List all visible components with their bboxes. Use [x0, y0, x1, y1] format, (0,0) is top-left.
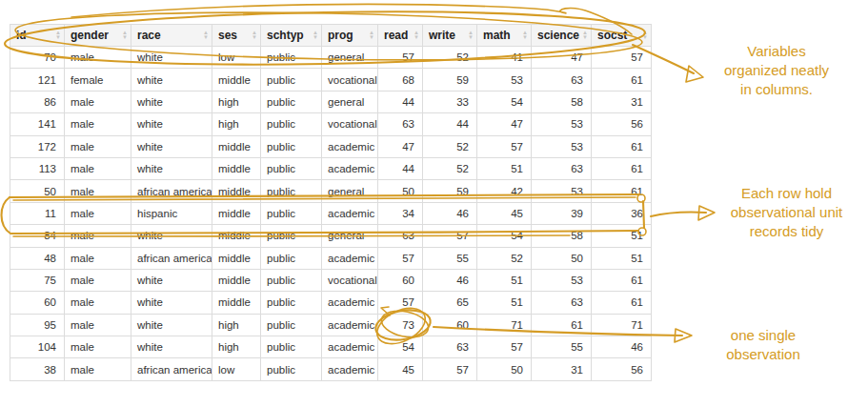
cell-write: 46: [423, 269, 477, 291]
cell-socst: 56: [592, 113, 652, 135]
cell-id: 38: [10, 358, 65, 380]
cell-schtyp: public: [261, 202, 322, 224]
cell-race: white: [131, 69, 212, 91]
cell-science: 39: [532, 202, 592, 224]
cell-science: 58: [532, 225, 592, 247]
cell-ses: low: [212, 47, 261, 69]
cell-math: 51: [477, 292, 532, 314]
cell-math: 41: [477, 47, 532, 69]
cell-race: african american: [131, 358, 212, 380]
cell-ses: high: [212, 91, 261, 112]
cell-race: white: [131, 269, 212, 291]
cell-ses: low: [212, 358, 261, 380]
column-header-read[interactable]: read▲▼: [378, 25, 423, 47]
cell-schtyp: public: [261, 336, 322, 358]
sort-icon: ▲▼: [414, 31, 419, 40]
cell-gender: male: [65, 113, 131, 135]
cell-write: 65: [423, 292, 477, 314]
cell-math: 47: [477, 113, 532, 135]
cell-socst: 61: [592, 157, 652, 179]
column-label: race: [137, 29, 161, 42]
column-header-math[interactable]: math▲▼: [477, 25, 532, 47]
cell-race: african american: [131, 247, 212, 269]
cell-read: 57: [378, 292, 423, 314]
column-header-science[interactable]: science▲▼: [532, 25, 592, 47]
cell-id: 121: [10, 69, 65, 91]
cell-socst: 36: [592, 202, 652, 224]
cell-schtyp: public: [261, 314, 322, 336]
cell-gender: male: [65, 336, 131, 358]
table-row: 70malewhitelowpublicgeneral5752414757: [10, 47, 652, 69]
cell-ses: middle: [212, 292, 261, 314]
cell-read: 60: [378, 269, 423, 291]
cell-socst: 56: [592, 358, 652, 380]
cell-gender: male: [65, 269, 131, 291]
cell-prog: general: [322, 91, 378, 112]
cell-science: 55: [532, 336, 592, 358]
cell-write: 57: [423, 358, 477, 380]
cell-schtyp: public: [261, 225, 322, 247]
cell-id: 75: [10, 269, 65, 291]
column-header-socst[interactable]: socst▲▼: [592, 25, 652, 47]
cell-id: 84: [10, 225, 65, 247]
column-header-gender[interactable]: gender▲▼: [65, 25, 131, 47]
cell-id: 11: [10, 202, 65, 224]
observation-note: one single observation: [692, 326, 835, 364]
sort-icon: ▲▼: [313, 31, 318, 40]
table-row: 48maleafrican americanmiddlepublicacadem…: [10, 247, 652, 269]
column-label: socst: [597, 29, 627, 42]
cell-gender: male: [65, 202, 131, 224]
table-row: 50maleafrican americanmiddlepublicgenera…: [10, 180, 652, 202]
column-label: id: [16, 29, 27, 42]
cell-schtyp: public: [261, 157, 322, 179]
cell-math: 42: [477, 180, 532, 202]
column-header-ses[interactable]: ses▲▼: [212, 25, 261, 47]
cell-science: 53: [532, 113, 592, 135]
sort-icon: ▲▼: [642, 31, 648, 40]
sort-icon: ▲▼: [369, 31, 374, 40]
cell-science: 31: [532, 358, 592, 380]
cell-prog: vocational: [322, 113, 378, 135]
cell-read: 50: [378, 180, 423, 202]
cell-race: white: [131, 47, 212, 69]
cell-write: 60: [423, 314, 477, 336]
cell-write: 46: [423, 202, 477, 224]
cell-id: 70: [10, 47, 65, 69]
cell-math: 54: [477, 225, 532, 247]
column-header-id[interactable]: id▲▼: [10, 25, 65, 47]
table-row: 38maleafrican americanlowpublicacademic4…: [10, 358, 652, 380]
cell-gender: male: [65, 47, 131, 69]
cell-science: 47: [532, 47, 592, 69]
cell-id: 141: [10, 113, 65, 135]
table-row: 121femalewhitemiddlepublicvocational6859…: [10, 69, 652, 91]
cell-race: white: [131, 135, 212, 157]
column-label: write: [429, 29, 455, 42]
cell-socst: 61: [592, 269, 652, 291]
cell-gender: male: [65, 247, 131, 269]
column-label: gender: [71, 29, 109, 42]
cell-read: 54: [378, 336, 423, 358]
column-header-write[interactable]: write▲▼: [423, 25, 477, 47]
cell-schtyp: public: [261, 47, 322, 69]
column-header-race[interactable]: race▲▼: [131, 25, 212, 47]
cell-prog: academic: [322, 157, 378, 179]
cell-prog: academic: [322, 358, 378, 380]
cell-race: white: [131, 91, 212, 112]
cell-socst: 61: [592, 69, 652, 91]
cell-race: hispanic: [131, 202, 212, 224]
cell-socst: 71: [592, 314, 652, 336]
cell-ses: middle: [212, 247, 261, 269]
column-header-prog[interactable]: prog▲▼: [322, 25, 378, 47]
cell-science: 63: [532, 69, 592, 91]
cell-write: 52: [423, 157, 477, 179]
sort-icon: ▲▼: [522, 31, 528, 40]
column-label: ses: [218, 29, 237, 42]
cell-schtyp: public: [261, 247, 322, 269]
table-row: 104malewhitehighpublicacademic5463575546: [10, 336, 652, 358]
column-label: science: [537, 29, 579, 42]
cell-prog: general: [322, 180, 378, 202]
column-header-schtyp[interactable]: schtyp▲▼: [261, 25, 322, 47]
cell-ses: middle: [212, 135, 261, 157]
cell-prog: academic: [322, 247, 378, 269]
cell-read: 73: [378, 314, 423, 336]
